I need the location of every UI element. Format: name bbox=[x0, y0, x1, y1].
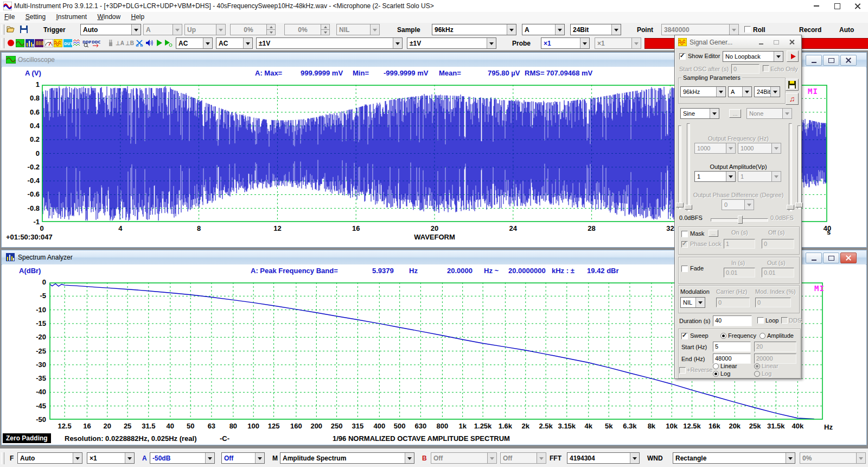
chevron-down-icon[interactable] bbox=[487, 38, 496, 48]
chevron-down-icon[interactable] bbox=[856, 453, 865, 463]
chevron-down-icon[interactable] bbox=[243, 38, 252, 48]
wnd-type-combo[interactable]: Rectangle bbox=[673, 452, 795, 464]
roll-checkbox[interactable] bbox=[744, 26, 751, 33]
sample-bits-combo[interactable]: 24Bit bbox=[570, 24, 621, 35]
oscilloscope-icon[interactable] bbox=[16, 38, 24, 48]
scope-restore-button[interactable] bbox=[823, 55, 839, 66]
maximize-button[interactable] bbox=[827, 0, 847, 12]
sg-play-button[interactable] bbox=[787, 51, 799, 62]
sg-channel-combo[interactable]: A bbox=[728, 86, 752, 97]
slider-thumb[interactable] bbox=[787, 205, 794, 210]
menu-window[interactable]: Window bbox=[93, 12, 125, 22]
modulation-combo[interactable]: NIL bbox=[680, 297, 705, 308]
coupling-b-combo[interactable]: AC bbox=[216, 37, 253, 49]
scope-minimize-button[interactable] bbox=[806, 55, 822, 66]
scale-a-log-radio[interactable] bbox=[713, 371, 719, 377]
trigger-level-spinner[interactable]: 0% bbox=[230, 24, 276, 35]
spin-up-icon[interactable] bbox=[267, 24, 275, 30]
chevron-down-icon[interactable] bbox=[216, 24, 225, 35]
scale-a-linear-radio[interactable] bbox=[713, 363, 719, 369]
freq-axis-combo[interactable]: Auto bbox=[17, 452, 82, 464]
save-file-icon[interactable] bbox=[20, 24, 28, 34]
sweep-frequency-radio[interactable] bbox=[720, 333, 726, 339]
chevron-down-icon[interactable] bbox=[173, 24, 182, 35]
trigger-source-combo[interactable]: A bbox=[143, 24, 182, 35]
sg-titlebar[interactable]: Signal Gener... bbox=[675, 36, 801, 49]
duration-field[interactable]: 40 bbox=[713, 315, 752, 326]
chevron-down-icon[interactable] bbox=[580, 38, 589, 48]
chevron-down-icon[interactable] bbox=[405, 453, 414, 463]
sg-save-button[interactable] bbox=[786, 79, 799, 91]
calibration-icon[interactable] bbox=[135, 38, 144, 48]
chevron-down-icon[interactable] bbox=[695, 298, 705, 307]
minimize-button[interactable] bbox=[806, 0, 827, 12]
derived-data-curve-icon[interactable] bbox=[73, 38, 81, 48]
spin-up-icon[interactable] bbox=[321, 24, 329, 30]
fade-checkbox[interactable] bbox=[681, 266, 688, 272]
slider-thumb[interactable] bbox=[676, 203, 684, 207]
signal-generator-icon[interactable] bbox=[54, 38, 62, 48]
coupling-a-combo[interactable]: AC bbox=[176, 37, 213, 49]
level-slider-b-inner[interactable] bbox=[789, 123, 792, 211]
scope-close-button[interactable] bbox=[840, 55, 857, 66]
slider-thumb[interactable] bbox=[685, 205, 692, 210]
multimeter-icon[interactable]: 888 bbox=[35, 38, 43, 48]
slider-thumb[interactable] bbox=[795, 203, 803, 207]
menu-file[interactable]: File bbox=[0, 12, 19, 22]
range-b-combo[interactable]: ±1V bbox=[407, 37, 496, 49]
chevron-down-icon[interactable] bbox=[73, 453, 82, 463]
probe-b-combo[interactable]: ×1 bbox=[595, 37, 641, 49]
chevron-down-icon[interactable] bbox=[555, 24, 564, 35]
sg-sample-rate-combo[interactable]: 96kHz bbox=[680, 86, 726, 97]
spin-down-icon[interactable] bbox=[321, 30, 329, 35]
toolbar-grip[interactable] bbox=[1, 24, 4, 35]
statusbar-grip[interactable] bbox=[1, 452, 4, 464]
chevron-down-icon[interactable] bbox=[487, 453, 496, 463]
trigger-edge-combo[interactable]: Up bbox=[184, 24, 226, 35]
freq-mult-combo[interactable]: ×1 bbox=[87, 452, 135, 464]
close-button[interactable] bbox=[847, 0, 868, 12]
chevron-down-icon[interactable] bbox=[630, 453, 639, 463]
chevron-down-icon[interactable] bbox=[370, 24, 379, 35]
toolbar-grip[interactable] bbox=[1, 38, 4, 48]
chevron-down-icon[interactable] bbox=[726, 172, 735, 181]
a-range-combo[interactable]: -50dB bbox=[150, 452, 215, 464]
start-osc-field[interactable]: 0 bbox=[731, 64, 760, 74]
chevron-down-icon[interactable] bbox=[729, 24, 738, 35]
spectrum-minimize-button[interactable] bbox=[806, 253, 822, 263]
chevron-down-icon[interactable] bbox=[507, 24, 516, 35]
point-count-combo[interactable]: 3840000 bbox=[661, 24, 739, 35]
level-slider-b-outer[interactable] bbox=[797, 125, 801, 209]
level-slider-a-outer[interactable] bbox=[678, 125, 681, 209]
chevron-down-icon[interactable] bbox=[393, 38, 402, 48]
device-test-plan-icon[interactable]: DUT bbox=[63, 38, 72, 48]
spectrum-analyzer-icon[interactable] bbox=[25, 38, 34, 48]
play-icon[interactable] bbox=[155, 38, 163, 48]
spectrum-mode-combo[interactable]: Amplitude Spectrum bbox=[280, 452, 414, 464]
chevron-down-icon[interactable] bbox=[203, 38, 212, 48]
range-a-combo[interactable]: ±1V bbox=[256, 37, 403, 49]
chevron-down-icon[interactable] bbox=[716, 87, 725, 97]
menu-instrument[interactable]: Instrument bbox=[52, 12, 91, 22]
sg-bits-combo[interactable]: 24Bit bbox=[754, 86, 780, 97]
chevron-down-icon[interactable] bbox=[774, 52, 783, 61]
b-mode-combo[interactable]: Off bbox=[500, 452, 546, 464]
chevron-down-icon[interactable] bbox=[537, 453, 546, 463]
sweep-checkbox[interactable] bbox=[681, 333, 688, 339]
ddp-viewer-icon[interactable]: DDP bbox=[82, 38, 91, 48]
open-file-icon[interactable] bbox=[7, 24, 15, 34]
sample-channel-combo[interactable]: A bbox=[522, 24, 565, 35]
trigger-mode-combo[interactable]: Auto bbox=[80, 24, 141, 35]
probe-a-combo[interactable]: ×1 bbox=[541, 37, 590, 49]
sweep-amplitude-radio[interactable] bbox=[760, 333, 765, 339]
fft-size-combo[interactable]: 4194304 bbox=[567, 452, 640, 464]
progress-combo[interactable]: 0% bbox=[800, 452, 866, 464]
trigger-hpf-combo[interactable]: NIL bbox=[336, 24, 380, 35]
chevron-down-icon[interactable] bbox=[786, 453, 795, 463]
spectrum-3d-plot-icon[interactable] bbox=[44, 38, 53, 48]
level-slider-a-inner[interactable] bbox=[687, 123, 690, 211]
sample-rate-combo[interactable]: 96kHz bbox=[432, 24, 516, 35]
sweep-start-a-field[interactable]: 5 bbox=[713, 342, 751, 352]
chevron-down-icon[interactable] bbox=[631, 38, 641, 48]
slider-thumb[interactable] bbox=[738, 216, 743, 224]
